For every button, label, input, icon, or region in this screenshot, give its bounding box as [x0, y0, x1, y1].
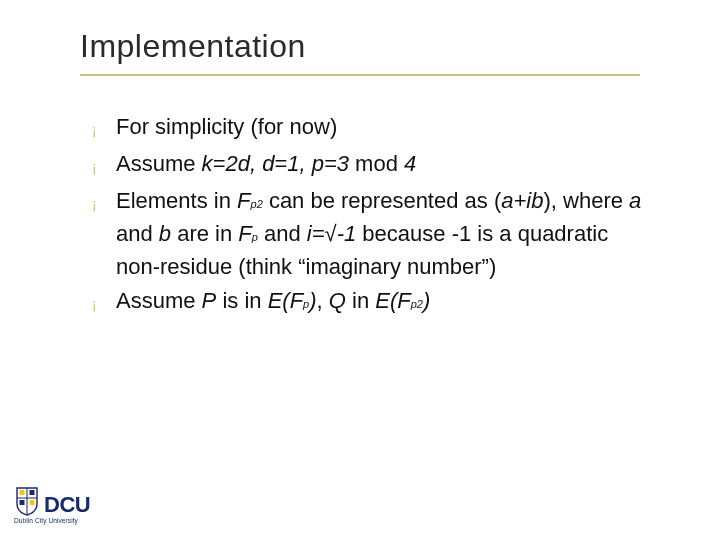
bullet-item: ¡ Elements in Fp2 can be represented as … [92, 186, 652, 282]
logo-subtitle: Dublin City University [14, 517, 104, 524]
slide-title: Implementation [80, 28, 640, 65]
logo-row: DCU [14, 486, 104, 516]
svg-rect-0 [20, 490, 25, 495]
title-underline [80, 74, 640, 76]
bullet-text: For simplicity (for now) [116, 112, 652, 142]
crest-icon [14, 486, 40, 516]
svg-rect-3 [30, 500, 35, 505]
slide: Implementation ¡ For simplicity (for now… [0, 0, 720, 540]
bullet-text: Elements in Fp2 can be represented as (a… [116, 186, 652, 282]
dcu-logo: DCU Dublin City University [14, 486, 104, 524]
bullet-text: Assume k=2d, d=1, p=3 mod 4 [116, 149, 652, 179]
bullet-item: ¡ Assume P is in E(Fp), Q in E(Fp2) [92, 286, 652, 319]
body-area: ¡ For simplicity (for now) ¡ Assume k=2d… [92, 112, 652, 323]
logo-letters: DCU [44, 494, 90, 516]
bullet-item: ¡ For simplicity (for now) [92, 112, 652, 145]
bullet-marker-icon: ¡ [92, 286, 116, 319]
bullet-marker-icon: ¡ [92, 186, 116, 219]
bullet-text: Assume P is in E(Fp), Q in E(Fp2) [116, 286, 652, 319]
bullet-marker-icon: ¡ [92, 149, 116, 182]
title-wrap: Implementation [80, 28, 640, 65]
svg-rect-2 [20, 500, 25, 505]
svg-rect-1 [30, 490, 35, 495]
bullet-item: ¡ Assume k=2d, d=1, p=3 mod 4 [92, 149, 652, 182]
bullet-marker-icon: ¡ [92, 112, 116, 145]
